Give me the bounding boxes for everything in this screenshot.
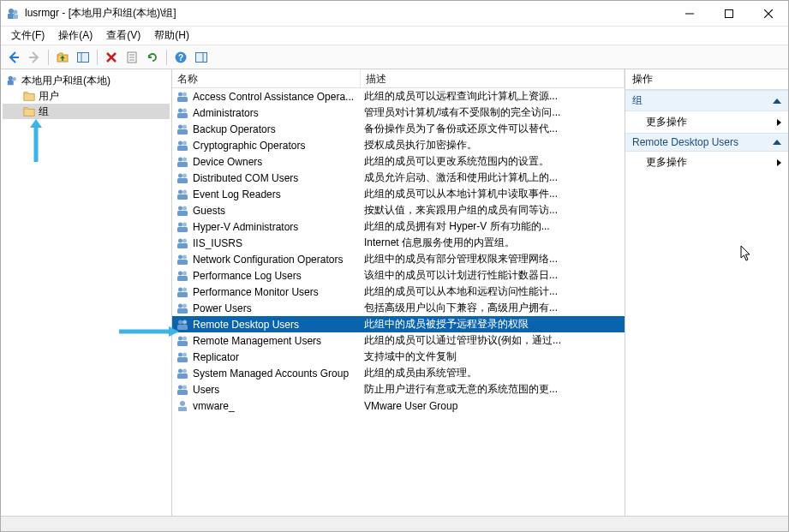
action-section-groups[interactable]: 组 bbox=[625, 90, 788, 111]
panes-icon bbox=[76, 51, 90, 64]
cell-name: Event Log Readers bbox=[193, 188, 364, 200]
delete-button[interactable] bbox=[102, 48, 121, 67]
cell-description: 此组的成员可以从本地计算机中读取事件... bbox=[364, 187, 625, 201]
folder-icon bbox=[23, 90, 35, 102]
forward-icon bbox=[27, 51, 41, 64]
svg-point-80 bbox=[182, 368, 187, 373]
menu-action[interactable]: 操作(A) bbox=[53, 27, 98, 45]
svg-point-46 bbox=[178, 189, 182, 194]
refresh-button[interactable] bbox=[143, 48, 162, 67]
svg-point-32 bbox=[182, 108, 187, 112]
svg-rect-39 bbox=[177, 146, 188, 151]
cell-name: Power Users bbox=[193, 302, 364, 314]
svg-point-59 bbox=[182, 254, 187, 259]
list-row[interactable]: Device Owners此组的成员可以更改系统范围内的设置。 bbox=[172, 153, 625, 170]
list-row[interactable]: Power Users包括高级用户以向下兼容，高级用户拥有... bbox=[172, 300, 625, 316]
action-more-groups-label: 更多操作 bbox=[646, 115, 687, 129]
column-header-description[interactable]: 描述 bbox=[361, 69, 625, 87]
action-section-rdu-label: Remote Desktop Users bbox=[632, 136, 738, 148]
cell-name: IIS_IUSRS bbox=[193, 237, 364, 249]
svg-rect-63 bbox=[177, 276, 188, 281]
cell-name: Performance Monitor Users bbox=[193, 286, 364, 298]
svg-point-83 bbox=[182, 385, 187, 389]
cell-name: Guests bbox=[193, 205, 364, 217]
svg-rect-86 bbox=[178, 407, 187, 411]
up-button[interactable] bbox=[53, 48, 72, 67]
list-row[interactable]: Remote Desktop Users此组中的成员被授予远程登录的权限 bbox=[172, 316, 625, 332]
group-icon bbox=[176, 383, 189, 397]
svg-point-79 bbox=[178, 368, 182, 373]
toolbar: ? bbox=[1, 45, 788, 69]
folder-up-icon bbox=[56, 51, 69, 64]
svg-point-2 bbox=[14, 9, 18, 14]
svg-point-35 bbox=[182, 124, 187, 129]
list-body[interactable]: Access Control Assistance Opera...此组的成员可… bbox=[172, 88, 625, 516]
maximize-button[interactable] bbox=[709, 1, 749, 27]
cell-description: Internet 信息服务使用的内置组。 bbox=[364, 236, 625, 250]
svg-point-62 bbox=[182, 271, 187, 275]
list-pane: 名称 描述 Access Control Assistance Opera...… bbox=[172, 69, 625, 516]
svg-rect-78 bbox=[177, 357, 188, 362]
list-row[interactable]: Network Configuration Operators此组中的成员有部分… bbox=[172, 251, 625, 267]
cell-name: Cryptographic Operators bbox=[193, 140, 364, 152]
list-row[interactable]: Guests按默认值，来宾跟用户组的成员有同等访... bbox=[172, 202, 625, 218]
svg-text:?: ? bbox=[178, 53, 183, 63]
tree-root-label: 本地用户和组(本地) bbox=[21, 74, 111, 88]
list-row[interactable]: vmware_VMware User Group bbox=[172, 398, 625, 414]
tree-users[interactable]: 用户 bbox=[3, 88, 170, 104]
list-row[interactable]: Hyper-V Administrators此组的成员拥有对 Hyper-V 所… bbox=[172, 218, 625, 235]
tree-groups[interactable]: 组 bbox=[3, 104, 170, 119]
cell-name: System Managed Accounts Group bbox=[193, 368, 364, 380]
minimize-button[interactable] bbox=[670, 1, 709, 27]
column-header-name[interactable]: 名称 bbox=[172, 69, 361, 87]
group-icon bbox=[176, 285, 189, 299]
cell-name: Network Configuration Operators bbox=[193, 254, 364, 266]
cell-description: 备份操作员为了备份或还原文件可以替代... bbox=[364, 122, 625, 136]
action-more-rdu[interactable]: 更多操作 bbox=[625, 152, 788, 173]
menu-view[interactable]: 查看(V) bbox=[101, 27, 146, 45]
cell-name: Device Owners bbox=[193, 156, 364, 168]
svg-point-71 bbox=[182, 320, 187, 324]
help-button[interactable]: ? bbox=[171, 48, 190, 67]
cell-description: 此组的成员可以更改系统范围内的设置。 bbox=[364, 154, 625, 169]
menu-help[interactable]: 帮助(H) bbox=[149, 27, 194, 45]
svg-point-21 bbox=[9, 76, 13, 81]
action-section-rdu[interactable]: Remote Desktop Users bbox=[625, 133, 788, 152]
list-row[interactable]: Users防止用户进行有意或无意的系统范围的更... bbox=[172, 381, 625, 398]
menu-file[interactable]: 文件(F) bbox=[6, 27, 50, 45]
tree-root[interactable]: 本地用户和组(本地) bbox=[3, 73, 170, 88]
list-row[interactable]: Administrators管理员对计算机/域有不受限制的完全访问... bbox=[172, 105, 625, 121]
svg-point-28 bbox=[178, 92, 182, 96]
list-row[interactable]: Cryptographic Operators授权成员执行加密操作。 bbox=[172, 137, 625, 153]
group-icon bbox=[176, 220, 189, 234]
list-row[interactable]: Remote Management Users此组的成员可以通过管理协议(例如，… bbox=[172, 332, 625, 349]
list-row[interactable]: Backup Operators备份操作员为了备份或还原文件可以替代... bbox=[172, 121, 625, 137]
show-hide-tree-button[interactable] bbox=[74, 48, 93, 67]
action-more-groups[interactable]: 更多操作 bbox=[625, 111, 788, 133]
group-icon bbox=[176, 106, 189, 120]
cell-name: Distributed COM Users bbox=[193, 172, 364, 184]
list-row[interactable]: Performance Monitor Users此组的成员可以从本地和远程访问… bbox=[172, 284, 625, 300]
list-row[interactable]: IIS_IUSRSInternet 信息服务使用的内置组。 bbox=[172, 235, 625, 251]
svg-point-74 bbox=[182, 336, 187, 340]
list-row[interactable]: Event Log Readers此组的成员可以从本地计算机中读取事件... bbox=[172, 186, 625, 202]
svg-point-70 bbox=[178, 320, 182, 324]
cell-description: 该组中的成员可以计划进行性能计数器日... bbox=[364, 268, 625, 283]
cell-name: vmware_ bbox=[193, 400, 364, 412]
refresh-icon bbox=[146, 51, 159, 64]
toolbar-separator bbox=[48, 50, 49, 65]
action-pane-button[interactable] bbox=[192, 48, 211, 67]
back-button[interactable] bbox=[4, 48, 23, 67]
list-row[interactable]: Distributed COM Users成员允许启动、激活和使用此计算机上的.… bbox=[172, 170, 625, 186]
forward-button[interactable] bbox=[25, 48, 44, 67]
list-row[interactable]: System Managed Accounts Group此组的成员由系统管理。 bbox=[172, 365, 625, 381]
svg-point-53 bbox=[182, 222, 187, 226]
list-row[interactable]: Performance Log Users该组中的成员可以计划进行性能计数器日.… bbox=[172, 267, 625, 284]
list-row[interactable]: Access Control Assistance Opera...此组的成员可… bbox=[172, 88, 625, 105]
svg-point-73 bbox=[178, 336, 182, 340]
properties-button[interactable] bbox=[123, 48, 141, 67]
close-button[interactable] bbox=[749, 1, 788, 27]
menubar: 文件(F) 操作(A) 查看(V) 帮助(H) bbox=[1, 27, 788, 45]
list-row[interactable]: Replicator支持域中的文件复制 bbox=[172, 349, 625, 365]
action-more-rdu-label: 更多操作 bbox=[646, 155, 687, 170]
